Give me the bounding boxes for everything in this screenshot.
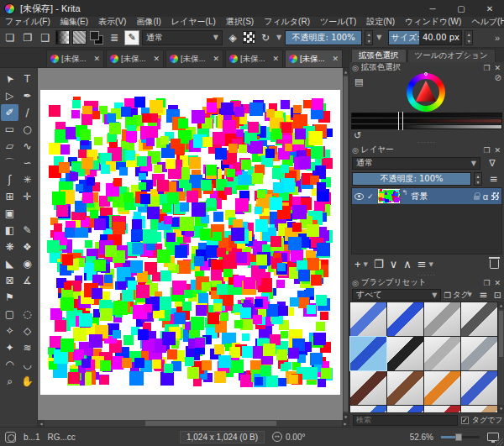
layer-alpha-inherit-icon[interactable]: [491, 192, 499, 200]
bezier-curve-tool[interactable]: ⌒: [1, 155, 18, 171]
contiguous-selection-tool[interactable]: ✦: [1, 339, 18, 356]
canvas-rotation[interactable]: ↔ 0.00°: [272, 432, 305, 442]
document-canvas[interactable]: [40, 90, 340, 395]
brush-size-spinner[interactable]: ▲▼: [465, 30, 473, 45]
float-docker-icon[interactable]: ❐: [482, 146, 491, 155]
document-tab-3[interactable]: [未保...✕: [165, 50, 223, 67]
chevron-down-icon[interactable]: ▼: [429, 261, 433, 268]
document-tab-4[interactable]: [未保...✕: [225, 50, 283, 67]
preset-soft-brush[interactable]: [424, 302, 460, 336]
shade-selector-bars[interactable]: [351, 113, 502, 130]
close-icon[interactable]: ✕: [93, 55, 100, 63]
magnetic-selection-tool[interactable]: ◡: [18, 356, 36, 373]
scrollbar-thumb[interactable]: [344, 76, 348, 412]
no-color-icon[interactable]: ⊘: [495, 73, 501, 82]
freehand-selection-tool[interactable]: ✧: [1, 323, 18, 339]
document-tab-2[interactable]: [未保...✕: [106, 50, 164, 67]
preset-metallic-pen[interactable]: [424, 337, 460, 370]
chevron-down-icon[interactable]: ▼: [364, 261, 368, 268]
close-icon[interactable]: ✕: [332, 55, 339, 63]
brush-preset-editor-button[interactable]: ✎: [124, 30, 139, 45]
pattern-edit-tool[interactable]: ⊠: [1, 272, 18, 289]
ellipse-tool[interactable]: ○: [18, 121, 36, 138]
close-icon[interactable]: ✕: [213, 55, 219, 63]
scrollbar-thumb[interactable]: [499, 311, 503, 357]
update-color-history-icon[interactable]: ↺: [354, 130, 361, 141]
close-icon[interactable]: ✕: [493, 279, 501, 287]
delete-layer-button[interactable]: [490, 260, 499, 269]
zoom-percent[interactable]: 52.6%: [410, 433, 433, 442]
calligraphy-tool[interactable]: ✒: [18, 87, 36, 104]
transform-select-tool[interactable]: ➤: [1, 71, 18, 87]
color-selector-settings-icon[interactable]: ▤: [354, 76, 363, 87]
transform-tool[interactable]: ⊞: [1, 188, 18, 205]
minimize-button[interactable]: ─: [418, 0, 447, 17]
bezier-selection-tool[interactable]: ◠: [1, 356, 18, 373]
gradient-tool[interactable]: ◧: [1, 222, 18, 239]
layer-lock-icon[interactable]: [474, 196, 480, 200]
close-icon[interactable]: ✕: [153, 55, 160, 63]
duplicate-layer-button[interactable]: ❐: [374, 258, 384, 270]
float-docker-icon[interactable]: ❐: [482, 64, 491, 72]
brush-size-slider[interactable]: サイズ: 40.00 px: [388, 30, 462, 45]
line-tool[interactable]: /: [18, 104, 36, 121]
pattern-chooser[interactable]: [72, 30, 87, 45]
tab-tool-options[interactable]: ツールのオプション: [407, 49, 496, 62]
elliptical-selection-tool[interactable]: ◌: [18, 306, 36, 323]
new-document-button[interactable]: ❏: [3, 29, 18, 45]
open-document-button[interactable]: ❐: [20, 29, 35, 45]
close-icon[interactable]: ✕: [493, 146, 501, 155]
multibrush-tool[interactable]: ✳: [18, 171, 36, 188]
zoom-slider-handle[interactable]: [455, 433, 462, 441]
smart-patch-tool[interactable]: ❖: [18, 239, 36, 255]
pan-tool[interactable]: ✋: [18, 373, 36, 390]
tab-advanced-color-selector[interactable]: 拡張色選択: [351, 49, 407, 62]
menu-image[interactable]: 画像(I): [131, 16, 165, 28]
chevron-down-icon[interactable]: ▼: [375, 34, 382, 41]
layer-opacity-spinner[interactable]: ▲▼: [474, 172, 482, 186]
preset-pencil-tan[interactable]: [461, 406, 497, 412]
move-tool[interactable]: ✛: [18, 188, 36, 205]
layer-checked-icon[interactable]: ✓: [367, 192, 374, 201]
close-icon[interactable]: ✕: [493, 64, 501, 72]
layer-name[interactable]: 背景: [411, 191, 470, 202]
preset-pen-blue[interactable]: [387, 406, 423, 412]
zoom-slider[interactable]: [441, 436, 480, 438]
menu-edit[interactable]: 編集(E): [55, 16, 93, 28]
toolbar-overflow-button[interactable]: »: [495, 33, 501, 43]
eraser-mode-button[interactable]: ◈: [225, 29, 240, 45]
float-docker-icon[interactable]: ❐: [482, 279, 491, 287]
menu-filter[interactable]: フィルタ(R): [259, 16, 315, 28]
menu-tools[interactable]: ツール(T): [315, 16, 361, 28]
polyline-tool[interactable]: ∿: [18, 138, 36, 155]
menu-help[interactable]: ヘルプ(H): [466, 16, 504, 28]
docker-lock-icon[interactable]: ◎: [352, 146, 359, 155]
measure-tool[interactable]: ∡: [18, 272, 36, 289]
brush-settings-button[interactable]: ≣: [107, 29, 122, 45]
save-document-button[interactable]: ❑: [38, 29, 53, 45]
import-resource-icon[interactable]: ⊡: [494, 290, 501, 301]
scroll-down-icon[interactable]: ▼: [498, 405, 504, 412]
layer-menu-icon[interactable]: ≡: [485, 173, 501, 185]
resize-grip[interactable]: [496, 438, 503, 445]
preset-display-menu-icon[interactable]: ≡: [475, 289, 491, 301]
preset-fine-liner[interactable]: [461, 337, 497, 370]
canvas-vertical-scrollbar[interactable]: ▲ ▼: [343, 68, 349, 420]
docker-lock-icon[interactable]: ◎: [352, 279, 359, 287]
menu-file[interactable]: ファイル(F): [0, 16, 55, 28]
freehand-brush-tool[interactable]: ✐: [1, 104, 18, 121]
layer-opacity-slider[interactable]: 不透明度: 100%: [352, 172, 471, 186]
preset-ink-pen-blue[interactable]: [387, 302, 423, 336]
scrollbar-thumb[interactable]: [145, 421, 276, 426]
menu-layer[interactable]: レイヤー(L): [166, 16, 221, 28]
preset-eraser[interactable]: [350, 302, 386, 336]
canvas-horizontal-scrollbar[interactable]: ◀ ▶: [38, 420, 349, 427]
menu-window[interactable]: ウィンドウ(W): [400, 16, 466, 28]
reload-preset-button[interactable]: ↻: [258, 29, 273, 45]
preset-ink-black[interactable]: [387, 337, 423, 370]
blending-mode-dropdown[interactable]: 通常 ▼: [142, 30, 223, 45]
fill-tool[interactable]: ◣: [1, 255, 18, 272]
preset-paintbrush-dark[interactable]: [350, 371, 386, 405]
layer-visibility-icon[interactable]: [354, 193, 364, 200]
enclose-fill-tool[interactable]: ◉: [18, 255, 36, 272]
